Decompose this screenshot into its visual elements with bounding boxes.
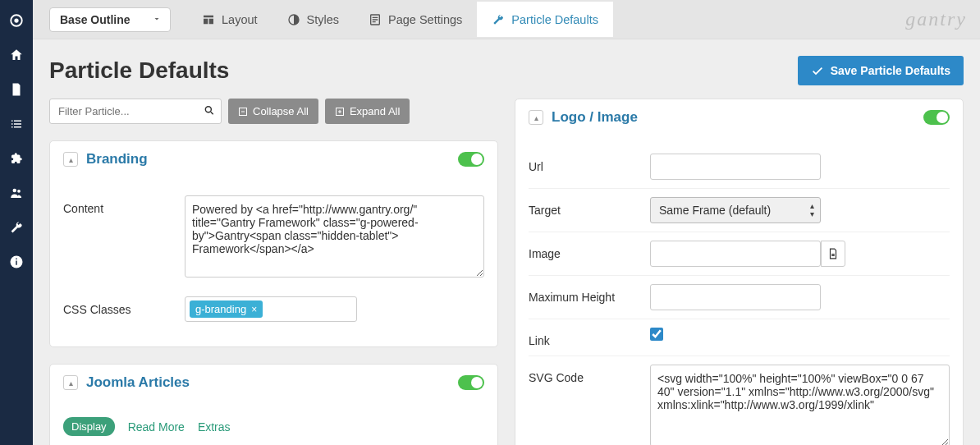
collapse-all-label: Collapse All xyxy=(253,105,309,117)
tab-particle-defaults[interactable]: Particle Defaults xyxy=(477,2,613,37)
check-icon xyxy=(811,64,824,77)
nav-home-icon[interactable] xyxy=(0,46,33,64)
card-title-logo: Logo / Image xyxy=(552,109,638,126)
enable-switch-logo[interactable] xyxy=(923,110,950,125)
tab-layout-label: Layout xyxy=(222,13,258,26)
subtab-display[interactable]: Display xyxy=(63,417,115,436)
card-title-branding: Branding xyxy=(86,151,148,167)
label-max-height: Maximum Height xyxy=(529,284,650,304)
svg-point-9 xyxy=(205,106,211,112)
svg-point-1 xyxy=(14,18,18,22)
label-link: Link xyxy=(529,328,650,347)
css-tag: g-branding × xyxy=(190,300,263,318)
enable-switch-branding[interactable] xyxy=(458,152,484,167)
expand-icon xyxy=(335,107,345,117)
subtab-readmore[interactable]: Read More xyxy=(128,420,185,434)
link-checkbox[interactable] xyxy=(650,328,663,341)
page-icon xyxy=(369,13,382,26)
remove-tag-icon[interactable]: × xyxy=(251,304,257,315)
label-css-classes: CSS Classes xyxy=(63,296,185,316)
label-url: Url xyxy=(529,154,650,173)
tab-styles-label: Styles xyxy=(307,13,340,26)
label-image: Image xyxy=(529,241,650,260)
image-picker-button[interactable] xyxy=(821,241,845,267)
search-icon[interactable] xyxy=(204,104,215,118)
layout-icon xyxy=(202,13,215,26)
collapse-all-button[interactable]: Collapse All xyxy=(228,99,318,124)
url-input[interactable] xyxy=(650,154,821,180)
nav-puzzle-icon[interactable] xyxy=(0,149,33,167)
file-icon xyxy=(827,248,839,259)
expand-all-label: Expand All xyxy=(350,105,400,117)
svg-point-3 xyxy=(17,190,21,193)
svg-code-textarea[interactable] xyxy=(650,365,950,445)
nav-info-icon[interactable] xyxy=(0,253,33,271)
svg-rect-5 xyxy=(16,261,17,265)
label-content: Content xyxy=(63,195,185,215)
tab-particle-defaults-label: Particle Defaults xyxy=(511,13,598,26)
wrench-icon xyxy=(492,13,505,26)
collapse-toggle-joomla[interactable]: ▴ xyxy=(63,375,78,390)
subtab-extras[interactable]: Extras xyxy=(198,420,231,434)
brand-logo: gantry xyxy=(905,8,967,30)
contrast-icon xyxy=(287,13,300,26)
expand-all-button[interactable]: Expand All xyxy=(325,99,410,124)
page-title: Particle Defaults xyxy=(49,57,229,84)
nav-users-icon[interactable] xyxy=(0,184,33,202)
save-button[interactable]: Save Particle Defaults xyxy=(798,56,964,85)
enable-switch-joomla[interactable] xyxy=(458,375,484,390)
content-textarea[interactable] xyxy=(185,195,484,278)
collapse-toggle-branding[interactable]: ▴ xyxy=(63,152,78,167)
save-button-label: Save Particle Defaults xyxy=(831,64,950,77)
tab-styles[interactable]: Styles xyxy=(272,2,355,37)
tab-layout[interactable]: Layout xyxy=(187,2,272,37)
nav-document-icon[interactable] xyxy=(0,80,33,99)
outline-select-label: Base Outline xyxy=(60,13,131,26)
collapse-icon xyxy=(238,107,248,117)
outline-select[interactable]: Base Outline xyxy=(49,7,171,32)
collapse-toggle-logo[interactable]: ▴ xyxy=(529,110,543,125)
image-input[interactable] xyxy=(650,241,821,267)
label-target: Target xyxy=(529,197,650,217)
nav-dashboard-icon[interactable] xyxy=(0,11,33,30)
css-tag-label: g-branding xyxy=(195,303,246,315)
svg-point-2 xyxy=(13,189,17,193)
chevron-down-icon xyxy=(152,13,162,26)
tab-page-settings[interactable]: Page Settings xyxy=(354,2,477,37)
label-svg-code: SVG Code xyxy=(529,365,650,384)
card-title-joomla: Joomla Articles xyxy=(86,374,190,391)
tab-page-settings-label: Page Settings xyxy=(388,13,462,26)
nav-wrench-icon[interactable] xyxy=(0,218,33,236)
filter-input[interactable] xyxy=(49,99,222,124)
target-select[interactable]: Same Frame (default) xyxy=(650,197,821,223)
max-height-input[interactable] xyxy=(650,284,821,310)
nav-list-icon[interactable] xyxy=(0,115,33,133)
svg-rect-6 xyxy=(16,259,17,260)
css-classes-input[interactable]: g-branding × xyxy=(185,296,357,322)
